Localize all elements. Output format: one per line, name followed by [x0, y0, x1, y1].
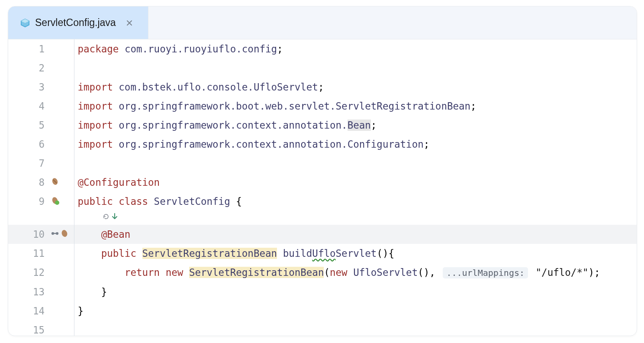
code-line[interactable]: 6 import org.springframework.context.ann… — [8, 135, 637, 154]
code-line[interactable]: 13 } — [8, 282, 637, 301]
tab-filename: ServletConfig.java — [35, 17, 116, 29]
inlay-hint-row — [8, 211, 637, 225]
bean-class-icon[interactable] — [51, 177, 59, 186]
spring-autowire-icon[interactable] — [51, 225, 59, 244]
tab-close-button[interactable] — [126, 19, 133, 27]
code-line[interactable]: 14 } — [8, 301, 637, 320]
tab-bar: ServletConfig.java — [8, 6, 637, 39]
code-line-current[interactable]: 10 @Bean — [8, 225, 637, 244]
override-down-icon — [111, 211, 119, 225]
code-line[interactable]: 8 @Configuration — [8, 173, 637, 192]
code-line[interactable]: 2 — [8, 58, 637, 78]
code-line[interactable]: 12 return new ServletRegistrationBean(ne… — [8, 263, 637, 282]
svg-point-7 — [61, 229, 68, 237]
spring-bean-icon[interactable] — [51, 196, 59, 205]
code-table: 1 package com.ruoyi.ruoyiuflo.config; 2 … — [8, 39, 637, 336]
code-line[interactable]: 11 public ServletRegistrationBean buildU… — [8, 244, 637, 263]
editor-frame: ServletConfig.java 1 package com.ruoyi.r… — [8, 6, 637, 336]
code-line[interactable]: 15 — [8, 320, 637, 336]
java-class-icon — [20, 18, 30, 28]
bean-method-icon[interactable] — [60, 225, 69, 244]
code-line[interactable]: 7 — [8, 154, 637, 173]
recursive-icon — [102, 211, 110, 225]
line-number: 1 — [8, 39, 48, 58]
svg-point-4 — [55, 201, 59, 205]
code-area[interactable]: 1 package com.ruoyi.ruoyiuflo.config; 2 … — [8, 39, 637, 336]
code-line[interactable]: 5 import org.springframework.context.ann… — [8, 116, 637, 135]
file-tab-active[interactable]: ServletConfig.java — [8, 6, 148, 39]
code-line[interactable]: 4 import org.springframework.boot.web.se… — [8, 97, 637, 116]
code-line[interactable]: 3 import com.bstek.uflo.console.UfloServ… — [8, 78, 637, 97]
parameter-hint: ...urlMappings: — [443, 267, 528, 278]
code-line[interactable]: 9 public class ServletConfig { — [8, 192, 637, 211]
code-line[interactable]: 1 package com.ruoyi.ruoyiuflo.config; — [8, 39, 637, 58]
